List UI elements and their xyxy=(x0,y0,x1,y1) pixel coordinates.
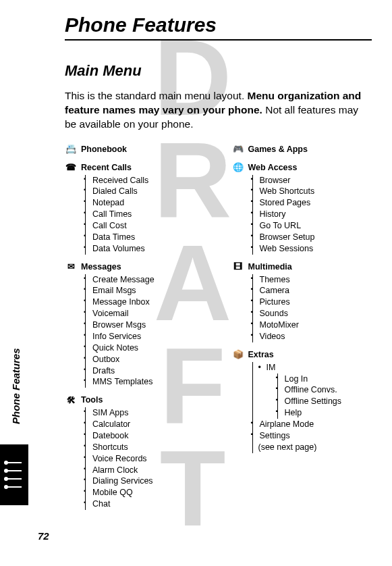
sub-list: Browser Web Shortcuts Stored Pages Histo… xyxy=(252,175,372,255)
list-item-note: (see next page) xyxy=(258,442,372,453)
left-column: 📇 Phonebook ☎ Recent Calls Received Call… xyxy=(65,144,205,517)
nested-list: Log In Offline Convs. Offline Settings H… xyxy=(277,374,372,419)
list-item: Offline Convs. xyxy=(283,384,372,396)
menu-label: Recent Calls xyxy=(81,162,132,174)
list-item: Go To URL xyxy=(258,220,372,232)
list-item: Camera xyxy=(258,285,372,297)
menu-group-games: 🎮 Games & Apps xyxy=(232,144,372,155)
list-item: Info Services xyxy=(91,331,205,342)
list-item: Outbox xyxy=(91,354,205,365)
list-item: Drafts xyxy=(91,365,205,377)
tools-icon: 🛠 xyxy=(65,396,77,405)
recent-calls-icon: ☎ xyxy=(65,163,77,172)
list-item: Themes xyxy=(258,274,372,286)
list-item: Dialed Calls xyxy=(91,186,205,197)
menu-group-recent-calls: ☎ Recent Calls Received Calls Dialed Cal… xyxy=(65,162,205,255)
menu-group-messages: ✉ Messages Create Message Email Msgs Mes… xyxy=(65,261,205,388)
page-title: Phone Features xyxy=(65,14,372,41)
menu-header: 🌐 Web Access xyxy=(232,162,372,174)
list-item: Call Cost xyxy=(91,220,205,232)
sub-list: Create Message Email Msgs Message Inbox … xyxy=(85,274,205,388)
menu-label: Games & Apps xyxy=(248,144,308,155)
list-item: Web Sessions xyxy=(258,243,372,255)
list-item: Dialing Services xyxy=(91,475,205,487)
sub-list: Received Calls Dialed Calls Notepad Call… xyxy=(85,175,205,255)
sub-list: Themes Camera Pictures Sounds MotoMixer … xyxy=(252,274,372,342)
extras-icon: 📦 xyxy=(232,350,244,359)
list-item: Settings xyxy=(258,430,372,442)
menu-header: 🎞 Multimedia xyxy=(232,261,372,273)
page-content: Phone Features Main Menu This is the sta… xyxy=(0,0,392,517)
intro-text-1: This is the standard main menu layout. xyxy=(65,90,248,101)
multimedia-icon: 🎞 xyxy=(232,262,244,272)
menu-group-multimedia: 🎞 Multimedia Themes Camera Pictures Soun… xyxy=(232,261,372,342)
page-number: 72 xyxy=(38,530,49,542)
list-item: Chat xyxy=(91,498,205,510)
menu-group-web: 🌐 Web Access Browser Web Shortcuts Store… xyxy=(232,162,372,255)
menu-label: Tools xyxy=(81,394,103,406)
sub-list: SIM Apps Calculator Datebook Shortcuts V… xyxy=(85,407,205,510)
menu-group-tools: 🛠 Tools SIM Apps Calculator Datebook Sho… xyxy=(65,394,205,510)
list-item: SIM Apps xyxy=(91,407,205,419)
menu-header: ✉ Messages xyxy=(65,261,205,273)
list-item: Calculator xyxy=(91,419,205,430)
list-item: MotoMixer xyxy=(258,319,372,331)
list-item: Alarm Clock xyxy=(91,465,205,476)
messages-icon: ✉ xyxy=(65,262,77,272)
web-icon: 🌐 xyxy=(232,163,244,172)
list-item: Quick Notes xyxy=(91,342,205,354)
menu-header: ☎ Recent Calls xyxy=(65,162,205,174)
list-item: Call Times xyxy=(91,209,205,220)
list-item: Help xyxy=(283,407,372,419)
list-item: Received Calls xyxy=(91,175,205,186)
list-item: Create Message xyxy=(91,274,205,286)
list-item: Sounds xyxy=(258,308,372,319)
list-item: Browser Msgs xyxy=(91,319,205,331)
games-icon: 🎮 xyxy=(232,145,244,154)
list-item: History xyxy=(258,209,372,220)
list-item: Voicemail xyxy=(91,308,205,319)
list-item: Browser xyxy=(258,175,372,186)
menu-label: Multimedia xyxy=(248,261,292,273)
list-item: Datebook xyxy=(91,430,205,442)
list-item: Pictures xyxy=(258,297,372,308)
list-item: Notepad xyxy=(91,197,205,209)
menu-label: Phonebook xyxy=(81,144,127,155)
im-label: IM xyxy=(267,363,276,372)
menu-header: 📇 Phonebook xyxy=(65,144,205,155)
menu-header: 🎮 Games & Apps xyxy=(232,144,372,155)
menu-group-extras: 📦 Extras IM Log In Offline Convs. Offlin… xyxy=(232,349,372,453)
list-item: Mobile QQ xyxy=(91,487,205,498)
phonebook-icon: 📇 xyxy=(65,145,77,154)
list-item: Shortcuts xyxy=(91,442,205,453)
list-item: MMS Templates xyxy=(91,376,205,388)
list-item: Browser Setup xyxy=(258,232,372,243)
menu-header: 📦 Extras xyxy=(232,349,372,361)
list-item: Voice Records xyxy=(91,453,205,465)
sub-list: IM Log In Offline Convs. Offline Setting… xyxy=(252,362,372,453)
list-item: Log In xyxy=(283,374,372,385)
menu-label: Messages xyxy=(81,261,121,273)
list-item: Offline Settings xyxy=(283,396,372,407)
list-item: Airplane Mode xyxy=(258,419,372,430)
list-item: Web Shortcuts xyxy=(258,186,372,197)
list-item: Data Volumes xyxy=(91,243,205,255)
intro-paragraph: This is the standard main menu layout. M… xyxy=(65,89,372,132)
list-item: Email Msgs xyxy=(91,285,205,297)
menu-columns: 📇 Phonebook ☎ Recent Calls Received Call… xyxy=(65,144,372,517)
menu-label: Extras xyxy=(248,349,274,361)
menu-group-phonebook: 📇 Phonebook xyxy=(65,144,205,155)
list-item-im: IM Log In Offline Convs. Offline Setting… xyxy=(258,362,372,419)
list-item: Message Inbox xyxy=(91,297,205,308)
menu-header: 🛠 Tools xyxy=(65,394,205,406)
section-title: Main Menu xyxy=(65,62,372,80)
list-item: Data Times xyxy=(91,232,205,243)
list-item: Stored Pages xyxy=(258,197,372,209)
right-column: 🎮 Games & Apps 🌐 Web Access Browser Web … xyxy=(232,144,372,517)
menu-label: Web Access xyxy=(248,162,298,174)
list-item: Videos xyxy=(258,331,372,342)
